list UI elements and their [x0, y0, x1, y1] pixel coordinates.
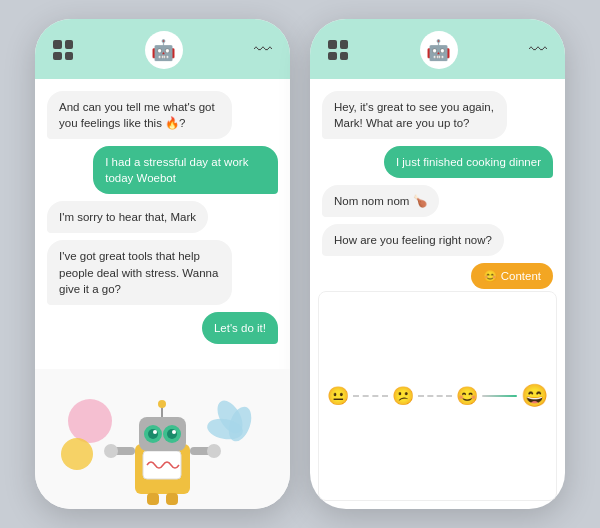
graph-line [482, 395, 517, 397]
avatar: 🤖 [420, 31, 458, 69]
bubble-right: Let's do it! [202, 312, 278, 344]
tag-emoji: 😊 [483, 269, 497, 283]
grid-icon [328, 40, 348, 60]
svg-rect-6 [143, 451, 181, 479]
message-text: Let's do it! [214, 322, 266, 334]
emoji-graph-area: 😐 😕 😊 😄 [318, 291, 557, 501]
bubble-right: I had a stressful day at work today Woeb… [93, 146, 278, 194]
message-text: I just finished cooking dinner [396, 156, 541, 168]
svg-point-0 [68, 399, 112, 443]
svg-rect-21 [166, 493, 178, 505]
robot-emoji: 🤖 [426, 38, 451, 62]
message-text: Nom nom nom 🍗 [334, 195, 427, 207]
tag-label: Content [501, 270, 541, 282]
graph-emoji-1: 😐 [327, 385, 349, 407]
bubble-left: I've got great tools that help people de… [47, 240, 232, 304]
svg-point-10 [148, 429, 158, 439]
bubble-left: Hey, it's great to see you again, Mark! … [322, 91, 507, 139]
bubble-left: I'm sorry to hear that, Mark [47, 201, 208, 233]
message-text: I had a stressful day at work today Woeb… [105, 156, 248, 184]
message-text: I'm sorry to hear that, Mark [59, 211, 196, 223]
graph-emoji-3: 😊 [456, 385, 478, 407]
svg-point-12 [153, 430, 157, 434]
message-text: And can you tell me what's got you feeli… [59, 101, 215, 129]
wave-icon: 〰 [529, 40, 547, 61]
svg-point-1 [61, 438, 93, 470]
graph-line [418, 395, 453, 397]
graph-emoji-2: 😕 [392, 385, 414, 407]
svg-rect-20 [147, 493, 159, 505]
bubble-left: Nom nom nom 🍗 [322, 185, 439, 217]
bubble-left: And can you tell me what's got you feeli… [47, 91, 232, 139]
content-tag: 😊 Content [471, 263, 553, 289]
emoji-graph: 😐 😕 😊 😄 [327, 383, 548, 409]
svg-point-15 [158, 400, 166, 408]
phone1-header: 🤖 〰 [35, 19, 290, 79]
phone2-chat: Hey, it's great to see you again, Mark! … [310, 79, 565, 291]
phone1-chat: And can you tell me what's got you feeli… [35, 79, 290, 369]
svg-point-11 [167, 429, 177, 439]
avatar: 🤖 [145, 31, 183, 69]
robot-illustration [35, 369, 290, 509]
phone-2: 🤖 〰 Hey, it's great to see you again, Ma… [310, 19, 565, 509]
graph-line [353, 395, 388, 397]
phone-1: 🤖 〰 And can you tell me what's got you f… [35, 19, 290, 509]
grid-icon [53, 40, 73, 60]
bubble-right: I just finished cooking dinner [384, 146, 553, 178]
graph-emoji-4: 😄 [521, 383, 548, 409]
bubble-left: How are you feeling right now? [322, 224, 504, 256]
message-text: I've got great tools that help people de… [59, 250, 218, 294]
robot-svg [35, 369, 290, 509]
message-text: How are you feeling right now? [334, 234, 492, 246]
wave-icon: 〰 [254, 40, 272, 61]
svg-point-19 [207, 444, 221, 458]
svg-point-13 [172, 430, 176, 434]
svg-point-17 [104, 444, 118, 458]
phone2-header: 🤖 〰 [310, 19, 565, 79]
message-text: Hey, it's great to see you again, Mark! … [334, 101, 494, 129]
robot-emoji: 🤖 [151, 38, 176, 62]
